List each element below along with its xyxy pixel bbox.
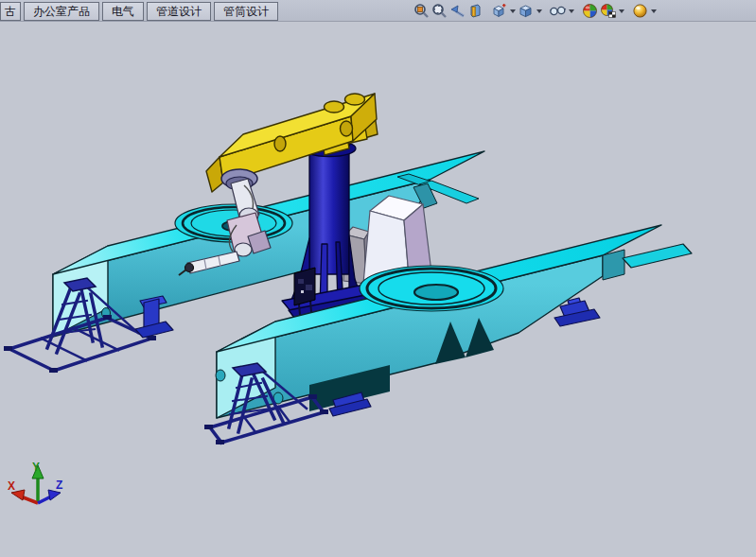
- axis-label-y: Y: [32, 461, 40, 474]
- view-settings-dropdown[interactable]: [649, 3, 658, 20]
- tab-piping-design[interactable]: 管道设计: [147, 2, 211, 21]
- apply-scene-dropdown[interactable]: [617, 3, 625, 20]
- axis-label-z: Z: [56, 479, 62, 492]
- hide-show-items-dropdown[interactable]: [567, 3, 575, 20]
- tab-label: 管筒设计: [223, 4, 269, 20]
- heads-up-view-toolbar: [413, 2, 658, 20]
- tab-label: 古: [5, 4, 16, 20]
- tab-label: 办公室产品: [33, 4, 90, 20]
- view-orientation-icon[interactable]: [490, 3, 508, 20]
- solidworks-window: { "toolbar": { "tabs": [ {"label": "古"},…: [0, 0, 756, 557]
- command-bar: 古 办公室产品 电气 管道设计 管筒设计: [0, 0, 756, 22]
- tab-electrical[interactable]: 电气: [102, 2, 144, 21]
- apply-scene-icon[interactable]: [599, 3, 617, 20]
- view-orientation-dropdown[interactable]: [508, 3, 517, 20]
- commandmanager-tabs: 古 办公室产品 电气 管道设计 管筒设计: [0, 2, 278, 21]
- hide-show-items-icon[interactable]: [549, 3, 567, 20]
- display-style-dropdown[interactable]: [535, 3, 543, 20]
- edit-appearance-icon[interactable]: [581, 3, 599, 20]
- previous-view-icon[interactable]: [448, 3, 466, 20]
- display-style-icon[interactable]: [517, 3, 535, 20]
- tab-label: 电气: [112, 4, 134, 20]
- view-settings-icon[interactable]: [631, 3, 649, 20]
- tab-office-products[interactable]: 办公室产品: [24, 2, 99, 21]
- tab-tube-design[interactable]: 管筒设计: [214, 2, 278, 21]
- tab-clipped[interactable]: 古: [0, 2, 21, 21]
- zoom-to-fit-icon[interactable]: [413, 3, 431, 20]
- graphics-viewport[interactable]: Y X Z: [0, 22, 756, 557]
- axis-label-x: X: [8, 479, 15, 493]
- zoom-to-area-icon[interactable]: [431, 3, 448, 20]
- section-view-icon[interactable]: [466, 3, 484, 20]
- tab-label: 管道设计: [156, 4, 202, 20]
